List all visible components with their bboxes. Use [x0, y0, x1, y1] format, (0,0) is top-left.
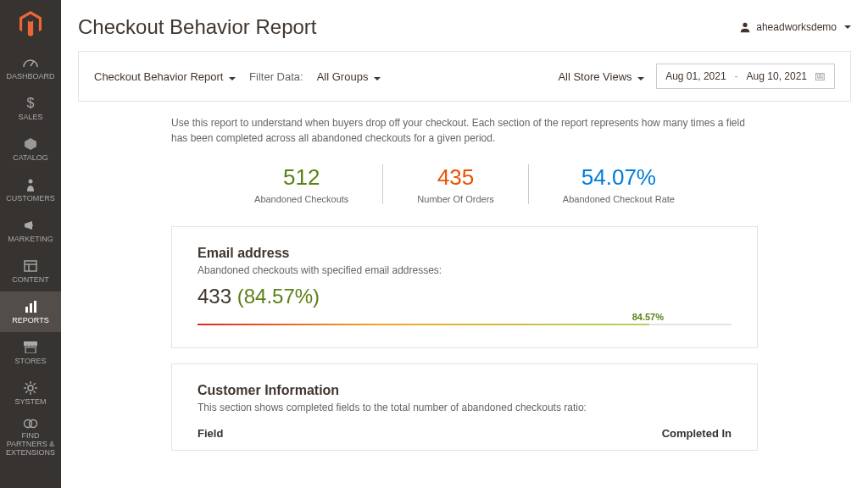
svg-point-9	[28, 385, 33, 391]
box-icon	[24, 136, 37, 152]
kpi-abandoned: 512 Abandoned Checkouts	[220, 164, 382, 204]
interlock-icon	[23, 417, 38, 430]
calendar-icon: 📅︎	[814, 69, 826, 83]
svg-rect-8	[25, 347, 36, 353]
svg-line-17	[34, 383, 36, 385]
col-field: Field	[198, 427, 223, 440]
sidebar-item-system[interactable]: SYSTEM	[0, 373, 61, 413]
kpi-orders: 435 Number Of Orders	[382, 164, 527, 204]
email-count: 433 (84.57%)	[198, 285, 732, 308]
kpi-rate: 54.07% Abandoned Checkout Rate	[528, 164, 709, 204]
gear-icon	[24, 380, 37, 396]
sidebar-item-reports[interactable]: REPORTS	[0, 291, 61, 332]
kpi-orders-label: Number Of Orders	[417, 194, 493, 204]
svg-rect-5	[25, 307, 28, 313]
customer-section: Customer Information This section shows …	[171, 363, 758, 451]
email-section: Email address Abandoned checkouts with s…	[171, 226, 758, 348]
svg-rect-6	[30, 303, 32, 313]
megaphone-icon	[23, 218, 38, 233]
sidebar-item-catalog[interactable]: CATALOG	[0, 129, 61, 169]
sidebar-item-dashboard[interactable]: DASHBOARD	[0, 47, 61, 88]
kpi-abandoned-label: Abandoned Checkouts	[254, 194, 348, 204]
svg-line-0	[31, 61, 34, 66]
magento-logo[interactable]	[0, 0, 61, 47]
user-menu[interactable]: aheadworksdemo	[739, 21, 851, 33]
store-icon	[23, 340, 38, 355]
email-subtitle: Abandoned checkouts with specified email…	[198, 264, 732, 276]
date-to: Aug 10, 2021	[747, 70, 807, 82]
svg-rect-7	[34, 301, 36, 313]
sidebar: DASHBOARD $ SALES CATALOG CUSTOMERS MARK…	[0, 0, 61, 488]
email-bar-label: 84.57%	[632, 312, 664, 322]
dollar-icon: $	[27, 96, 35, 111]
customer-subtitle: This section shows completed fields to t…	[198, 402, 732, 413]
email-title: Email address	[198, 246, 732, 261]
filter-dropdown[interactable]: All Groups	[317, 70, 381, 83]
scope-dropdown[interactable]: All Store Views	[558, 70, 644, 83]
username: aheadworksdemo	[756, 21, 837, 33]
kpi-rate-value: 54.07%	[563, 164, 675, 191]
date-from: Aug 01, 2021	[665, 70, 726, 82]
svg-point-20	[743, 23, 748, 27]
avatar-icon	[739, 21, 751, 33]
report-dropdown[interactable]: Checkout Behavior Report	[94, 70, 236, 83]
chevron-down-icon	[844, 25, 851, 29]
kpi-rate-label: Abandoned Checkout Rate	[563, 194, 675, 204]
main-content: Checkout Behavior Report aheadworksdemo …	[61, 0, 868, 488]
page-title: Checkout Behavior Report	[78, 15, 316, 39]
customer-title: Customer Information	[198, 383, 732, 398]
kpi-row: 512 Abandoned Checkouts 435 Number Of Or…	[171, 164, 758, 204]
svg-point-1	[29, 180, 33, 184]
gauge-icon	[22, 55, 39, 70]
sidebar-item-sales[interactable]: $ SALES	[0, 88, 61, 129]
svg-rect-2	[25, 261, 36, 271]
sidebar-item-stores[interactable]: STORES	[0, 332, 61, 373]
col-completed: Completed In	[662, 427, 732, 440]
email-progress: 84.57%	[198, 324, 732, 325]
report-description: Use this report to understand when buyer…	[171, 115, 758, 146]
sidebar-item-marketing[interactable]: MARKETING	[0, 210, 61, 251]
kpi-abandoned-value: 512	[254, 164, 348, 191]
sidebar-item-content[interactable]: CONTENT	[0, 251, 61, 291]
bars-icon	[24, 299, 37, 314]
person-icon	[25, 177, 36, 192]
layout-icon	[24, 258, 37, 274]
sidebar-item-customers[interactable]: CUSTOMERS	[0, 169, 61, 210]
sidebar-item-partners[interactable]: FIND PARTNERS & EXTENSIONS	[0, 413, 61, 461]
svg-point-19	[30, 419, 37, 427]
svg-line-14	[25, 383, 27, 385]
svg-line-15	[34, 391, 36, 393]
svg-line-16	[25, 391, 27, 393]
kpi-orders-value: 435	[417, 164, 493, 191]
filter-label: Filter Data:	[249, 70, 303, 83]
date-range-picker[interactable]: Aug 01, 2021 - Aug 10, 2021 📅︎	[656, 64, 835, 89]
customer-table-head: Field Completed In	[198, 422, 732, 440]
email-pct: (84.57%)	[237, 285, 320, 308]
toolbar: Checkout Behavior Report Filter Data: Al…	[78, 51, 851, 102]
